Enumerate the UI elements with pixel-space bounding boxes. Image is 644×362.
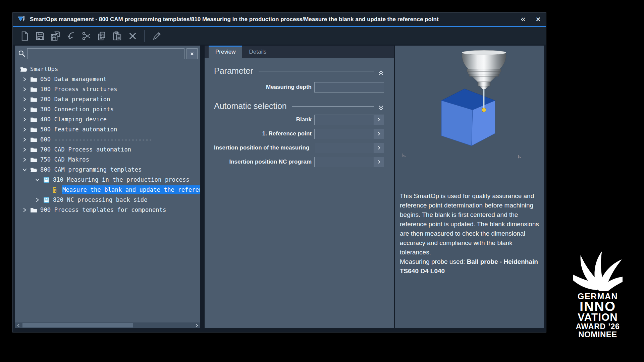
tree-item-500[interactable]: 500 Feature automation [15,124,200,134]
horizontal-scrollbar[interactable] [15,322,200,328]
collapse-window-button[interactable]: « [521,14,525,23]
chevron-right-icon [377,131,381,136]
automatic-selection-header: Automatic selection [214,101,384,111]
tab-details[interactable]: Details [242,46,273,58]
folder-icon [30,116,38,123]
tree-item-600[interactable]: 600 ---------------------------- [15,134,200,144]
macro-icon [51,186,59,193]
folder-icon [30,136,38,143]
scroll-left-button[interactable] [15,323,22,327]
description-paragraph: This SmartOp is used for quality assuran… [400,191,544,257]
insertion-measuring-select-button[interactable] [374,143,384,153]
chevron-right-icon[interactable] [22,207,30,213]
blank-input[interactable] [314,115,374,125]
chevron-right-icon[interactable] [22,127,30,132]
search-icon [18,50,26,58]
parameter-title: Parameter [214,66,253,76]
collapse-section-button[interactable] [378,68,384,74]
chevron-right-icon[interactable] [22,86,30,92]
edit-button[interactable] [149,28,164,44]
chevron-right-icon[interactable] [22,76,30,82]
save-icon [35,31,45,41]
copy-button[interactable] [94,28,109,44]
insertion-measuring-label: Insertion position of the measuring [214,144,313,151]
smartop-description: This SmartOp is used for quality assuran… [400,191,544,276]
tree-item-810[interactable]: 810 Measuring in the production process [15,175,200,185]
open-folder-icon [30,166,38,173]
save-as-button[interactable] [48,28,63,44]
clear-search-button[interactable] [186,48,198,59]
preview-panel: Preview Details Parameter Measuring dept… [205,46,394,328]
close-window-button[interactable]: ✕ [536,16,541,22]
insertion-nc-select-button[interactable] [374,157,384,167]
disk-icon [43,176,51,183]
measuring-depth-label: Measuring depth [266,84,312,90]
folder-icon [30,146,38,153]
tree-item-700[interactable]: 700 CAD Process automation [15,144,200,155]
insertion-measuring-input[interactable] [315,143,374,153]
import-button[interactable] [63,28,78,44]
tree-item-050[interactable]: 050 Data management [15,74,200,84]
reference-point-select-button[interactable] [374,129,384,139]
parameter-section-header: Parameter [214,66,384,76]
award-line-nominee: NOMINEE [568,330,628,339]
scroll-right-button[interactable] [194,323,200,327]
disk-icon [43,196,51,203]
tree-item-800[interactable]: 800 CAM programming templates [15,165,200,175]
tree-root-label: SmartOps [30,66,58,72]
scrollbar-thumb[interactable] [22,323,133,327]
chevron-right-icon[interactable] [22,137,30,142]
tree-item-measure-selected[interactable]: Measure the blank and update the referen… [15,185,200,195]
app-logo-icon [17,15,26,24]
chevron-right-icon [377,145,381,150]
delete-x-icon [127,31,138,41]
delete-button[interactable] [125,28,140,44]
section-rule [292,106,374,107]
reference-point-input[interactable] [314,129,374,139]
insertion-nc-input[interactable] [314,157,374,167]
chevron-down-icon[interactable] [22,167,30,173]
insertion-nc-label: Insertion position NC program [229,159,312,165]
insertion-nc-row: Insertion position NC program [214,157,384,167]
save-button[interactable] [32,28,48,44]
copy-icon [97,31,107,41]
expand-section-button[interactable] [378,103,384,109]
tree-item-900[interactable]: 900 Process templates for components [15,205,200,215]
paste-button[interactable] [109,28,125,44]
insertion-measuring-row: Insertion position of the measuring [214,142,384,153]
reference-point-row: 1. Reference point [214,128,384,139]
search-bar [16,48,198,60]
snap-cursor-icon [519,155,521,158]
chevron-right-icon[interactable] [22,157,30,163]
tree-item-750[interactable]: 750 CAD Makros [15,155,200,165]
blank-row: Blank [214,114,384,125]
toolbar [13,27,546,45]
tree-panel: SmartOps 050 Data management 100 Process… [15,46,200,328]
reference-point-label: 1. Reference point [262,130,312,137]
chevron-right-icon [377,117,381,122]
chevron-right-icon[interactable] [22,117,30,122]
measuring-depth-input[interactable] [314,82,384,93]
search-input[interactable] [27,48,184,59]
chevron-right-icon[interactable] [35,197,43,203]
tree-root[interactable]: SmartOps [15,64,200,74]
german-innovation-award-logo: GERMAN INNO VATION AWARD ’26 NOMINEE [568,249,628,339]
scrollbar-track[interactable] [22,323,193,327]
chevron-right-icon[interactable] [22,147,30,153]
tree-item-100[interactable]: 100 Process structures [15,84,200,94]
chevron-right-icon[interactable] [22,107,30,112]
tree-item-820[interactable]: 820 NC processing back side [15,195,200,205]
snap-cursor-icon [403,154,406,157]
blank-select-button[interactable] [374,115,384,125]
tree-item-400[interactable]: 400 Clamping device [15,114,200,124]
tree-item-300[interactable]: 300 Connection points [15,104,200,114]
tab-preview[interactable]: Preview [209,46,242,58]
chevron-down-icon[interactable] [35,177,43,183]
cut-button[interactable] [78,28,94,44]
new-file-button[interactable] [17,28,32,44]
measuring-depth-row: Measuring depth [214,82,384,93]
chevron-right-icon [377,160,381,164]
tree-item-200[interactable]: 200 Data preparation [15,94,200,104]
app-window: SmartOps management - 800 CAM programmin… [12,12,546,333]
chevron-right-icon[interactable] [22,97,30,102]
